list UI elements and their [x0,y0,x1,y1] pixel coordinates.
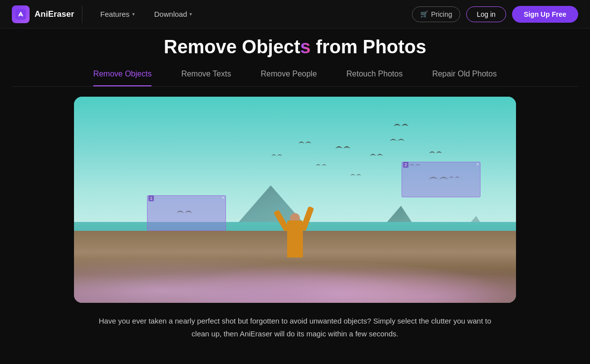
cart-icon: 🛒 [420,10,428,18]
pricing-button[interactable]: 🛒 Pricing [412,6,461,22]
tab-remove-texts[interactable]: Remove Texts [181,70,231,86]
login-button[interactable]: Log in [466,6,506,22]
signup-button[interactable]: Sign Up Free [512,6,578,23]
logo-text: AniEraser [35,9,74,19]
svg-rect-0 [15,9,26,20]
person-body [287,220,303,257]
header-left: AniEraser Features ▾ Download ▾ [12,5,194,23]
header-right: 🛒 Pricing Log in Sign Up Free [412,6,578,23]
nav-download[interactable]: Download ▾ [152,7,194,21]
page-title: Remove Objects from Photos [12,36,578,58]
box1-close[interactable]: × [222,195,224,200]
feature-tabs: Remove Objects Remove Texts Remove Peopl… [12,62,578,87]
main-content: Remove Objects from Photos Remove Object… [0,29,590,350]
scene: 1 × 2 × [74,97,516,303]
logo[interactable]: AniEraser [12,5,82,23]
person [283,193,307,257]
tab-remove-objects[interactable]: Remove Objects [93,70,151,86]
box2-label: 2 [403,162,408,168]
box1-bird-icon [174,206,199,220]
tab-remove-people[interactable]: Remove People [260,70,317,86]
download-chevron-icon: ▾ [189,11,192,17]
logo-icon [12,5,30,23]
selection-box-1[interactable]: 1 × [147,195,226,231]
nav-features[interactable]: Features ▾ [98,7,136,21]
demo-image: 1 × 2 × [74,97,516,303]
tab-retouch-photos[interactable]: Retouch Photos [346,70,403,86]
box2-bird-icon [426,172,456,187]
feature-description: Have you ever taken a nearly perfect sho… [98,315,492,350]
selection-box-2[interactable]: 2 × [402,162,480,197]
page-title-area: Remove Objects from Photos [12,29,578,62]
tab-repair-old-photos[interactable]: Repair Old Photos [432,70,497,86]
features-chevron-icon: ▾ [132,11,135,17]
box2-close[interactable]: × [477,162,479,167]
header: AniEraser Features ▾ Download ▾ 🛒 Pricin… [0,0,590,29]
box1-label: 1 [148,195,154,201]
